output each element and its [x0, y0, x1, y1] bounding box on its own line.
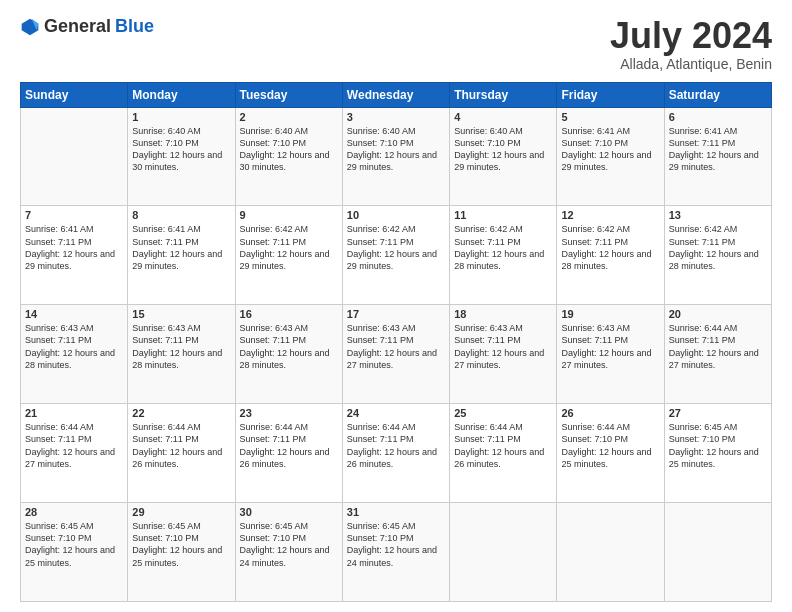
- day-info: Sunrise: 6:45 AMSunset: 7:10 PMDaylight:…: [132, 520, 230, 569]
- day-number: 3: [347, 111, 445, 123]
- day-info: Sunrise: 6:41 AMSunset: 7:10 PMDaylight:…: [561, 125, 659, 174]
- day-info: Sunrise: 6:45 AMSunset: 7:10 PMDaylight:…: [25, 520, 123, 569]
- logo-general-text: General: [44, 16, 111, 37]
- day-number: 9: [240, 209, 338, 221]
- day-number: 5: [561, 111, 659, 123]
- day-info: Sunrise: 6:44 AMSunset: 7:11 PMDaylight:…: [347, 421, 445, 470]
- calendar-cell: 2Sunrise: 6:40 AMSunset: 7:10 PMDaylight…: [235, 107, 342, 206]
- day-number: 14: [25, 308, 123, 320]
- weekday-header-monday: Monday: [128, 82, 235, 107]
- calendar-cell: 14Sunrise: 6:43 AMSunset: 7:11 PMDayligh…: [21, 305, 128, 404]
- day-number: 2: [240, 111, 338, 123]
- calendar-cell: 10Sunrise: 6:42 AMSunset: 7:11 PMDayligh…: [342, 206, 449, 305]
- calendar-cell: 8Sunrise: 6:41 AMSunset: 7:11 PMDaylight…: [128, 206, 235, 305]
- calendar-cell: 15Sunrise: 6:43 AMSunset: 7:11 PMDayligh…: [128, 305, 235, 404]
- calendar-cell: [21, 107, 128, 206]
- day-number: 16: [240, 308, 338, 320]
- day-info: Sunrise: 6:44 AMSunset: 7:11 PMDaylight:…: [454, 421, 552, 470]
- calendar-week-row: 21Sunrise: 6:44 AMSunset: 7:11 PMDayligh…: [21, 404, 772, 503]
- calendar-cell: 5Sunrise: 6:41 AMSunset: 7:10 PMDaylight…: [557, 107, 664, 206]
- day-info: Sunrise: 6:43 AMSunset: 7:11 PMDaylight:…: [347, 322, 445, 371]
- calendar-table: SundayMondayTuesdayWednesdayThursdayFrid…: [20, 82, 772, 602]
- day-number: 30: [240, 506, 338, 518]
- day-number: 19: [561, 308, 659, 320]
- day-info: Sunrise: 6:41 AMSunset: 7:11 PMDaylight:…: [25, 223, 123, 272]
- month-title: July 2024: [610, 16, 772, 56]
- calendar-cell: 29Sunrise: 6:45 AMSunset: 7:10 PMDayligh…: [128, 503, 235, 602]
- day-number: 22: [132, 407, 230, 419]
- calendar-cell: 12Sunrise: 6:42 AMSunset: 7:11 PMDayligh…: [557, 206, 664, 305]
- weekday-header-tuesday: Tuesday: [235, 82, 342, 107]
- day-info: Sunrise: 6:45 AMSunset: 7:10 PMDaylight:…: [669, 421, 767, 470]
- calendar-cell: 21Sunrise: 6:44 AMSunset: 7:11 PMDayligh…: [21, 404, 128, 503]
- calendar-week-row: 28Sunrise: 6:45 AMSunset: 7:10 PMDayligh…: [21, 503, 772, 602]
- day-number: 4: [454, 111, 552, 123]
- calendar-cell: 27Sunrise: 6:45 AMSunset: 7:10 PMDayligh…: [664, 404, 771, 503]
- calendar-week-row: 14Sunrise: 6:43 AMSunset: 7:11 PMDayligh…: [21, 305, 772, 404]
- day-number: 29: [132, 506, 230, 518]
- header-right: July 2024 Allada, Atlantique, Benin: [610, 16, 772, 72]
- day-number: 8: [132, 209, 230, 221]
- header: GeneralBlue July 2024 Allada, Atlantique…: [20, 16, 772, 72]
- logo-icon: [20, 17, 40, 37]
- calendar-cell: 1Sunrise: 6:40 AMSunset: 7:10 PMDaylight…: [128, 107, 235, 206]
- day-info: Sunrise: 6:43 AMSunset: 7:11 PMDaylight:…: [25, 322, 123, 371]
- weekday-header-row: SundayMondayTuesdayWednesdayThursdayFrid…: [21, 82, 772, 107]
- day-number: 7: [25, 209, 123, 221]
- day-info: Sunrise: 6:40 AMSunset: 7:10 PMDaylight:…: [240, 125, 338, 174]
- day-number: 20: [669, 308, 767, 320]
- calendar-cell: 28Sunrise: 6:45 AMSunset: 7:10 PMDayligh…: [21, 503, 128, 602]
- calendar-cell: 19Sunrise: 6:43 AMSunset: 7:11 PMDayligh…: [557, 305, 664, 404]
- day-info: Sunrise: 6:42 AMSunset: 7:11 PMDaylight:…: [454, 223, 552, 272]
- calendar-cell: 16Sunrise: 6:43 AMSunset: 7:11 PMDayligh…: [235, 305, 342, 404]
- day-info: Sunrise: 6:44 AMSunset: 7:10 PMDaylight:…: [561, 421, 659, 470]
- weekday-header-sunday: Sunday: [21, 82, 128, 107]
- calendar-cell: 3Sunrise: 6:40 AMSunset: 7:10 PMDaylight…: [342, 107, 449, 206]
- day-number: 13: [669, 209, 767, 221]
- day-number: 24: [347, 407, 445, 419]
- day-info: Sunrise: 6:42 AMSunset: 7:11 PMDaylight:…: [347, 223, 445, 272]
- day-number: 21: [25, 407, 123, 419]
- day-number: 23: [240, 407, 338, 419]
- day-number: 15: [132, 308, 230, 320]
- day-number: 6: [669, 111, 767, 123]
- day-info: Sunrise: 6:44 AMSunset: 7:11 PMDaylight:…: [669, 322, 767, 371]
- day-info: Sunrise: 6:43 AMSunset: 7:11 PMDaylight:…: [132, 322, 230, 371]
- day-info: Sunrise: 6:44 AMSunset: 7:11 PMDaylight:…: [132, 421, 230, 470]
- day-number: 31: [347, 506, 445, 518]
- calendar-cell: 17Sunrise: 6:43 AMSunset: 7:11 PMDayligh…: [342, 305, 449, 404]
- day-info: Sunrise: 6:41 AMSunset: 7:11 PMDaylight:…: [132, 223, 230, 272]
- calendar-cell: 31Sunrise: 6:45 AMSunset: 7:10 PMDayligh…: [342, 503, 449, 602]
- calendar-cell: 24Sunrise: 6:44 AMSunset: 7:11 PMDayligh…: [342, 404, 449, 503]
- day-number: 12: [561, 209, 659, 221]
- calendar-cell: 22Sunrise: 6:44 AMSunset: 7:11 PMDayligh…: [128, 404, 235, 503]
- day-number: 26: [561, 407, 659, 419]
- calendar-cell: 13Sunrise: 6:42 AMSunset: 7:11 PMDayligh…: [664, 206, 771, 305]
- calendar-cell: [664, 503, 771, 602]
- day-info: Sunrise: 6:45 AMSunset: 7:10 PMDaylight:…: [240, 520, 338, 569]
- day-number: 10: [347, 209, 445, 221]
- weekday-header-thursday: Thursday: [450, 82, 557, 107]
- calendar-cell: [557, 503, 664, 602]
- day-info: Sunrise: 6:45 AMSunset: 7:10 PMDaylight:…: [347, 520, 445, 569]
- page: GeneralBlue July 2024 Allada, Atlantique…: [0, 0, 792, 612]
- logo-blue-text: Blue: [115, 16, 154, 37]
- calendar-cell: 11Sunrise: 6:42 AMSunset: 7:11 PMDayligh…: [450, 206, 557, 305]
- day-number: 17: [347, 308, 445, 320]
- calendar-cell: [450, 503, 557, 602]
- day-number: 18: [454, 308, 552, 320]
- calendar-week-row: 1Sunrise: 6:40 AMSunset: 7:10 PMDaylight…: [21, 107, 772, 206]
- calendar-cell: 6Sunrise: 6:41 AMSunset: 7:11 PMDaylight…: [664, 107, 771, 206]
- calendar-cell: 23Sunrise: 6:44 AMSunset: 7:11 PMDayligh…: [235, 404, 342, 503]
- day-number: 11: [454, 209, 552, 221]
- day-number: 25: [454, 407, 552, 419]
- day-info: Sunrise: 6:42 AMSunset: 7:11 PMDaylight:…: [561, 223, 659, 272]
- calendar-cell: 4Sunrise: 6:40 AMSunset: 7:10 PMDaylight…: [450, 107, 557, 206]
- calendar-week-row: 7Sunrise: 6:41 AMSunset: 7:11 PMDaylight…: [21, 206, 772, 305]
- day-info: Sunrise: 6:40 AMSunset: 7:10 PMDaylight:…: [454, 125, 552, 174]
- day-info: Sunrise: 6:41 AMSunset: 7:11 PMDaylight:…: [669, 125, 767, 174]
- calendar-cell: 7Sunrise: 6:41 AMSunset: 7:11 PMDaylight…: [21, 206, 128, 305]
- day-info: Sunrise: 6:40 AMSunset: 7:10 PMDaylight:…: [132, 125, 230, 174]
- calendar-cell: 9Sunrise: 6:42 AMSunset: 7:11 PMDaylight…: [235, 206, 342, 305]
- calendar-cell: 18Sunrise: 6:43 AMSunset: 7:11 PMDayligh…: [450, 305, 557, 404]
